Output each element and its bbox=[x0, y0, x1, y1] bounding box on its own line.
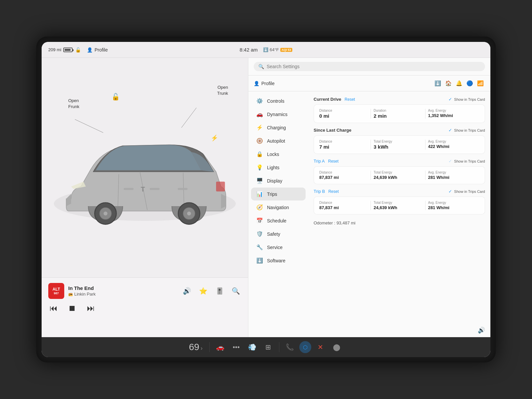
trip-b-show-trips[interactable]: ✓ Show in Trips Card bbox=[448, 189, 485, 194]
trip-b-card: Distance 87,837 mi Total Energy 24,639 k… bbox=[314, 197, 485, 214]
download-icon-header[interactable]: ⬇️ bbox=[433, 79, 442, 88]
bottom-record-icon[interactable]: ⬤ bbox=[330, 340, 343, 354]
current-drive-reset[interactable]: Reset bbox=[345, 97, 355, 102]
station-alt-text: ALT bbox=[53, 287, 60, 292]
sound-output-button[interactable]: 🔊 bbox=[181, 286, 192, 296]
bottom-car-icon[interactable]: 🚗 bbox=[214, 340, 227, 354]
nav-item-schedule[interactable]: 📅 Schedule bbox=[251, 214, 306, 227]
current-drive-section: Current Drive Reset ✓ Show in Trips Card bbox=[314, 97, 485, 123]
since-charge-show-trips[interactable]: ✓ Show in Trips Card bbox=[448, 128, 485, 133]
screen: 209 mi 🔓 👤 Profile 8:42 am ⬇️ 64°F AQI 5… bbox=[42, 42, 490, 357]
search-input[interactable] bbox=[267, 64, 480, 69]
trip-a-energy-label: Total Energy bbox=[374, 171, 422, 174]
current-drive-card: Distance 0 mi Duration 2 min Avg. Energy bbox=[314, 104, 485, 123]
trip-a-section: Trip A Reset ✓ Show in Trips Card bbox=[314, 159, 485, 184]
svg-rect-14 bbox=[216, 182, 225, 192]
since-charge-avg-label: Avg. Energy bbox=[428, 140, 477, 143]
trip-a-card: Distance 87,837 mi Total Energy 24,639 k… bbox=[314, 166, 485, 184]
bottom-phone-icon[interactable]: 📞 bbox=[283, 340, 297, 354]
star-button[interactable]: ⭐ bbox=[198, 286, 209, 296]
since-last-charge-header: Since Last Charge ✓ Show in Trips Card bbox=[314, 128, 485, 133]
volume-control[interactable]: 🔊 bbox=[478, 327, 485, 334]
service-icon: 🔧 bbox=[256, 244, 263, 250]
next-button[interactable]: ⏭ bbox=[86, 302, 96, 314]
trips-icon: 📊 bbox=[256, 191, 263, 197]
car-charge-icon: ⚡ bbox=[211, 134, 218, 142]
profile-header-label: Profile bbox=[261, 81, 275, 86]
speed-value: 69 bbox=[189, 342, 199, 352]
current-drive-energy-label: Avg. Energy bbox=[428, 109, 477, 112]
status-bar-center: 8:42 am ⬇️ 64°F AQI 53 bbox=[240, 47, 292, 53]
nav-item-locks[interactable]: 🔒 Locks bbox=[251, 148, 306, 161]
bottom-divider-1 bbox=[209, 342, 210, 352]
media-icons: 🔊 ⭐ 🎚️ 🔍 bbox=[181, 286, 241, 296]
right-panel: 🔍 👤 Profile ⬇️ 🏠 🔔 🔵 📶 bbox=[248, 58, 490, 337]
profile-header-button[interactable]: 👤 Profile bbox=[254, 81, 275, 86]
bottom-fan-icon[interactable]: 💨 bbox=[246, 340, 259, 354]
nav-item-display[interactable]: 🖥️ Display bbox=[251, 174, 306, 187]
main-content: Open Frunk Open Trunk 🔓 ⚡ bbox=[42, 58, 490, 337]
bell-icon-header[interactable]: 🔔 bbox=[454, 79, 464, 88]
bottom-cancel-icon[interactable]: ✕ bbox=[314, 340, 327, 354]
bottom-divider-2 bbox=[279, 342, 279, 352]
speed-display: 69 › bbox=[189, 342, 202, 352]
current-drive-distance-value: 0 mi bbox=[319, 113, 368, 119]
equalizer-button[interactable]: 🎚️ bbox=[214, 286, 225, 296]
track-name: In The End bbox=[68, 285, 96, 291]
since-charge-distance: Distance 7 mi bbox=[319, 140, 371, 150]
current-drive-distance-label: Distance bbox=[319, 109, 368, 112]
trip-b-header: Trip B Reset ✓ Show in Trips Card bbox=[314, 189, 485, 194]
profile-header-row: 👤 Profile ⬇️ 🏠 🔔 🔵 📶 bbox=[248, 75, 490, 91]
trip-a-distance-label: Distance bbox=[319, 171, 368, 174]
since-charge-energy-label: Total Energy bbox=[374, 140, 422, 143]
current-drive-show-trips[interactable]: ✓ Show in Trips Card bbox=[448, 97, 485, 102]
status-bar: 209 mi 🔓 👤 Profile 8:42 am ⬇️ 64°F AQI 5… bbox=[42, 42, 490, 58]
svg-text:T: T bbox=[141, 185, 145, 193]
trip-a-show-trips[interactable]: ✓ Show in Trips Card bbox=[448, 159, 485, 164]
profile-button-status[interactable]: 👤 Profile bbox=[84, 46, 111, 54]
trip-a-energy-value: 24,639 kWh bbox=[374, 175, 422, 180]
autopilot-icon: 🛞 bbox=[256, 138, 263, 144]
bottom-bar: 69 › 🚗 ••• 💨 ⊞ 📞 ⬡ ✕ ⬤ bbox=[42, 337, 490, 357]
dynamics-icon: 🚗 bbox=[256, 111, 263, 117]
nav-item-safety[interactable]: 🛡️ Safety bbox=[251, 227, 306, 240]
nav-item-service[interactable]: 🔧 Service bbox=[251, 241, 306, 254]
search-media-button[interactable]: 🔍 bbox=[230, 286, 241, 296]
nav-item-autopilot[interactable]: 🛞 Autopilot bbox=[251, 134, 306, 147]
since-last-charge-title: Since Last Charge bbox=[314, 128, 351, 133]
signal-icon-header[interactable]: 📶 bbox=[476, 79, 485, 88]
charging-icon: ⚡ bbox=[256, 124, 263, 131]
bottom-grid-icon[interactable]: ⊞ bbox=[262, 340, 275, 354]
nav-item-trips[interactable]: 📊 Trips bbox=[251, 188, 306, 200]
schedule-icon: 📅 bbox=[256, 217, 263, 224]
nav-item-controls[interactable]: ⚙️ Controls bbox=[251, 94, 306, 107]
odometer-row: Odometer : 93,487 mi bbox=[314, 219, 485, 227]
stop-button[interactable]: ⏹ bbox=[67, 302, 78, 314]
nav-item-navigation[interactable]: 🧭 Navigation bbox=[251, 201, 306, 214]
left-panel: Open Frunk Open Trunk 🔓 ⚡ bbox=[42, 58, 248, 337]
trip-a-avg-label: Avg. Energy bbox=[428, 171, 477, 174]
nav-item-software[interactable]: ⬇️ Software bbox=[251, 254, 306, 267]
trip-a-reset[interactable]: Reset bbox=[328, 159, 338, 164]
open-trunk-label[interactable]: Open Trunk bbox=[217, 84, 228, 96]
previous-button[interactable]: ⏮ bbox=[48, 302, 59, 314]
since-charge-energy-value: 3 kWh bbox=[374, 144, 422, 150]
search-bar[interactable]: 🔍 bbox=[254, 62, 485, 71]
trips-panel: Current Drive Reset ✓ Show in Trips Card bbox=[308, 91, 490, 337]
settings-search-header: 🔍 bbox=[248, 58, 490, 75]
bottom-bluetooth-icon[interactable]: ⬡ bbox=[299, 341, 311, 353]
bottom-dots-icon[interactable]: ••• bbox=[230, 340, 243, 354]
trip-a-show-label: Show in Trips Card bbox=[454, 159, 485, 163]
open-frunk-label[interactable]: Open Frunk bbox=[68, 98, 79, 110]
trip-a-stats: Distance 87,837 mi Total Energy 24,639 k… bbox=[319, 171, 479, 180]
artist-name: 📻 Linkin Park bbox=[68, 292, 96, 297]
since-charge-avg: Avg. Energy 422 Wh/mi bbox=[425, 140, 479, 150]
nav-item-dynamics[interactable]: 🚗 Dynamics bbox=[251, 108, 306, 121]
trip-b-reset[interactable]: Reset bbox=[328, 189, 339, 194]
current-drive-duration-value: 2 min bbox=[374, 113, 422, 119]
trip-b-energy-label: Total Energy bbox=[374, 201, 422, 204]
nav-item-lights[interactable]: 💡 Lights bbox=[251, 161, 306, 174]
nav-item-charging[interactable]: ⚡ Charging bbox=[251, 121, 306, 134]
home-icon-header[interactable]: 🏠 bbox=[444, 79, 453, 88]
bluetooth-icon-header[interactable]: 🔵 bbox=[465, 79, 474, 88]
